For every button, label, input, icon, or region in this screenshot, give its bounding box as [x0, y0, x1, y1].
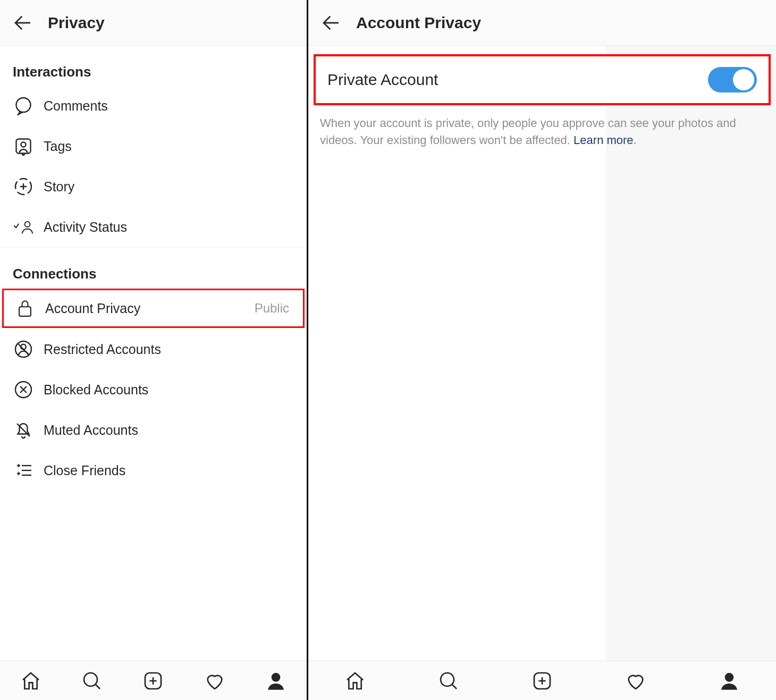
- private-account-row[interactable]: Private Account: [314, 54, 771, 105]
- row-value: Public: [255, 301, 289, 316]
- header: Privacy: [0, 0, 307, 46]
- svg-rect-5: [19, 307, 31, 316]
- svg-point-14: [272, 673, 281, 682]
- svg-point-0: [16, 98, 31, 112]
- activity-icon: [13, 216, 34, 238]
- profile-icon: [265, 670, 286, 691]
- row-account-privacy[interactable]: Account Privacy Public: [2, 289, 305, 328]
- home-icon: [20, 670, 41, 691]
- heart-icon: [625, 670, 646, 691]
- account-privacy-screen: Account Privacy Private Account When you…: [308, 0, 776, 700]
- nav-search[interactable]: [78, 667, 106, 695]
- row-restricted-accounts[interactable]: Restricted Accounts: [0, 329, 307, 369]
- page-title: Account Privacy: [356, 14, 481, 32]
- private-account-description: When your account is private, only peopl…: [308, 111, 776, 149]
- nav-profile[interactable]: [262, 667, 290, 695]
- section-connections-title: Connections: [0, 248, 307, 288]
- nav-add[interactable]: [139, 667, 167, 695]
- bottom-nav: [308, 661, 776, 700]
- lock-icon: [14, 298, 36, 319]
- profile-icon: [719, 670, 740, 691]
- back-button[interactable]: [318, 10, 344, 36]
- privacy-screen: Privacy Interactions Comments Tags: [0, 0, 308, 700]
- restricted-icon: [13, 339, 34, 360]
- row-label: Story: [44, 179, 294, 195]
- svg-point-12: [84, 673, 97, 686]
- comment-icon: [13, 95, 34, 116]
- account-privacy-content: Private Account When your account is pri…: [308, 46, 776, 661]
- svg-point-15: [441, 673, 454, 686]
- svg-point-2: [21, 142, 26, 147]
- home-icon: [344, 670, 366, 691]
- row-blocked-accounts[interactable]: Blocked Accounts: [0, 369, 307, 410]
- heart-icon: [204, 670, 225, 691]
- tag-icon: [13, 136, 34, 157]
- search-icon: [438, 670, 459, 691]
- add-post-icon: [142, 670, 164, 691]
- muted-icon: [13, 419, 34, 441]
- blocked-icon: [13, 379, 34, 400]
- back-arrow-icon: [320, 12, 342, 34]
- section-interactions-title: Interactions: [0, 46, 307, 86]
- row-label: Account Privacy: [45, 301, 255, 316]
- row-label: Tags: [44, 139, 294, 154]
- back-arrow-icon: [12, 12, 34, 34]
- row-label: Activity Status: [44, 220, 294, 235]
- row-tags[interactable]: Tags: [0, 126, 307, 166]
- story-icon: [13, 176, 34, 197]
- search-icon: [81, 670, 103, 691]
- privacy-content: Interactions Comments Tags Story: [0, 46, 307, 661]
- row-activity-status[interactable]: Activity Status: [0, 207, 307, 247]
- row-story[interactable]: Story: [0, 166, 307, 207]
- svg-point-17: [725, 673, 734, 682]
- row-label: Close Friends: [44, 463, 294, 478]
- svg-point-4: [25, 222, 30, 227]
- bottom-nav: [0, 661, 307, 700]
- row-label: Blocked Accounts: [44, 382, 294, 398]
- nav-activity[interactable]: [201, 667, 229, 695]
- private-account-label: Private Account: [327, 71, 438, 89]
- add-post-icon: [532, 670, 553, 691]
- nav-search[interactable]: [435, 667, 462, 695]
- row-label: Muted Accounts: [44, 423, 294, 438]
- back-button[interactable]: [10, 10, 36, 36]
- toggle-knob: [733, 69, 754, 90]
- row-label: Comments: [44, 98, 294, 114]
- nav-activity[interactable]: [622, 667, 650, 695]
- row-label: Restricted Accounts: [44, 342, 294, 357]
- description-period: .: [634, 133, 637, 147]
- nav-add[interactable]: [528, 667, 556, 695]
- description-text: When your account is private, only peopl…: [320, 116, 736, 147]
- row-muted-accounts[interactable]: Muted Accounts: [0, 410, 307, 450]
- nav-home[interactable]: [17, 667, 45, 695]
- row-close-friends[interactable]: Close Friends: [0, 450, 307, 491]
- close-friends-icon: [13, 460, 34, 481]
- nav-home[interactable]: [341, 667, 369, 695]
- row-comments[interactable]: Comments: [0, 86, 307, 126]
- nav-profile[interactable]: [715, 667, 743, 695]
- svg-rect-1: [16, 139, 31, 154]
- page-title: Privacy: [48, 14, 105, 32]
- learn-more-link[interactable]: Learn more: [573, 133, 634, 147]
- private-account-toggle[interactable]: [708, 67, 757, 92]
- header: Account Privacy: [308, 0, 776, 46]
